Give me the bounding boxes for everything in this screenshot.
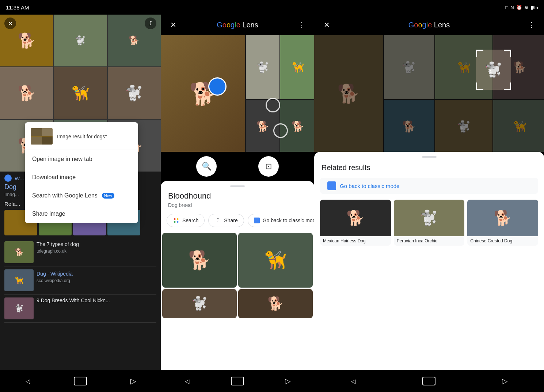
download-item[interactable]: Download image bbox=[25, 168, 138, 187]
google-g2: g bbox=[231, 21, 235, 29]
context-menu-header: Image result for dogs" bbox=[25, 122, 138, 150]
svg-point-2 bbox=[174, 221, 176, 223]
article-title-1: The 7 types of dog bbox=[37, 241, 156, 247]
google-g-r: G bbox=[408, 21, 414, 29]
collage-cell-4: 🐕 bbox=[0, 67, 53, 119]
crop-lens-button[interactable]: ⊡ bbox=[258, 156, 279, 177]
right-mosaic-1: 🐕 bbox=[314, 35, 383, 152]
related-sheet-handle bbox=[422, 156, 437, 158]
bottom-images-grid: 🐕 🦮 🐩 🐕 bbox=[161, 233, 314, 318]
search-lens-button[interactable]: 🔍 bbox=[196, 156, 217, 177]
bottom-img-1: 🐕 bbox=[162, 233, 237, 288]
right-lens-title: Google Lens bbox=[333, 21, 525, 29]
home-button-middle[interactable] bbox=[231, 377, 244, 385]
back-button-middle[interactable]: ◁ bbox=[178, 376, 196, 387]
google-lens-item[interactable]: Search with Google Lens New bbox=[25, 187, 138, 205]
classic-mode-row[interactable]: Go back to classic mode bbox=[320, 178, 538, 194]
google-o1: o bbox=[222, 21, 227, 29]
middle-lens-panel: ✕ Google Lens ⋮ 🐕 🐩 🦮 🐕 🐕 🔍 ⊡ Bloodhound bbox=[161, 15, 314, 377]
selection-circle-empty-2[interactable] bbox=[273, 123, 288, 138]
collage-cell-5: 🦮 bbox=[54, 67, 107, 119]
selection-circle-empty-1[interactable] bbox=[266, 98, 280, 112]
article-link-2[interactable]: Dug - Wikipedia bbox=[37, 271, 156, 277]
open-new-tab-item[interactable]: Open image in new tab bbox=[25, 150, 138, 168]
related-card-1[interactable]: 🐕 Mexican Hairless Dog bbox=[320, 200, 391, 246]
navigation-bar: ◁ ▷ ◁ ▷ ◁ ▷ bbox=[0, 370, 544, 392]
bottom-img-3: 🐩 bbox=[162, 289, 237, 318]
right-mosaic-7: 🦮 bbox=[493, 100, 544, 152]
selection-circle-filled-1[interactable] bbox=[208, 77, 227, 96]
middle-lens-mosaic: 🐕 🐩 🦮 🐕 🐕 bbox=[161, 35, 314, 152]
middle-more-button[interactable]: ⋮ bbox=[295, 18, 308, 31]
related-card-2[interactable]: 🐩 Peruvian Inca Orchid bbox=[394, 200, 465, 246]
classic-mode-icon-r bbox=[327, 181, 336, 190]
article-thumb-2: 🦮 bbox=[4, 269, 34, 291]
bracket-bl bbox=[476, 82, 483, 90]
related-card-img-3: 🐕 bbox=[467, 200, 538, 236]
home-button-right[interactable] bbox=[422, 377, 435, 385]
recent-button-middle[interactable]: ▷ bbox=[279, 376, 297, 387]
recent-button-right[interactable]: ▷ bbox=[496, 376, 514, 387]
right-mosaic-5: 🐕 bbox=[384, 100, 434, 152]
classic-mode-button[interactable]: Go back to classic mod... bbox=[248, 214, 314, 227]
right-lens-panel: ✕ Google Lens ⋮ 🐕 🐩 🦮 🐕 🐕 🐩 🦮 🐕 🐩 bbox=[314, 15, 544, 377]
large-close-button[interactable]: ✕ bbox=[519, 323, 537, 341]
classic-mode-label: Go back to classic mod... bbox=[263, 218, 314, 223]
nfc-icon: N bbox=[510, 5, 514, 10]
battery-icon: ▮95 bbox=[530, 5, 538, 10]
back-button-left[interactable]: ◁ bbox=[19, 376, 37, 387]
right-close-button[interactable]: ✕ bbox=[320, 18, 333, 31]
search-link[interactable]: W... bbox=[15, 175, 24, 181]
middle-bottom-sheet: Bloodhound Dog breed Search ⤴ Share bbox=[161, 181, 314, 377]
bracket-tl bbox=[476, 50, 483, 57]
search-action-label: Search bbox=[182, 218, 198, 223]
article-source-1: telegraph.co.uk bbox=[37, 249, 156, 254]
bracket-tr bbox=[504, 50, 511, 57]
google-o3: e bbox=[236, 21, 240, 29]
thumb-cell-3 bbox=[31, 137, 42, 145]
related-card-label-2: Peruvian Inca Orchid bbox=[394, 236, 465, 246]
google-lens-label: Search with Google Lens bbox=[32, 192, 98, 199]
google-search-icon bbox=[173, 217, 179, 224]
google-o2: o bbox=[227, 21, 231, 29]
download-label: Download image bbox=[32, 174, 76, 181]
thumb-cell-1 bbox=[31, 128, 42, 136]
right-mosaic-2: 🐩 bbox=[384, 35, 434, 99]
article-info-2: Dug - Wikipedia sco.wikipedia.org bbox=[37, 269, 156, 291]
share-action-button[interactable]: ⤴ Share bbox=[208, 214, 244, 227]
device-icon: □ bbox=[505, 5, 508, 10]
left-nav-bar: ◁ ▷ bbox=[0, 376, 161, 387]
left-panel: 🐕 🐩 🐕 🐕 🦮 🐩 🐕 🦮 🐕 ✕ ⤴ bbox=[0, 15, 161, 377]
open-new-tab-label: Open image in new tab bbox=[32, 156, 92, 162]
google-o3-r: e bbox=[428, 21, 432, 29]
middle-close-button[interactable]: ✕ bbox=[167, 18, 180, 31]
search-action-button[interactable]: Search bbox=[167, 214, 205, 227]
home-button-left[interactable] bbox=[74, 377, 87, 385]
classic-mode-text: Go back to classic mode bbox=[340, 183, 399, 189]
collage-cell-6: 🐩 bbox=[108, 67, 161, 119]
middle-lens-header: ✕ Google Lens ⋮ bbox=[161, 15, 314, 35]
bottom-img-4: 🐕 bbox=[238, 289, 313, 318]
left-share-button[interactable]: ⤴ bbox=[145, 18, 156, 29]
related-results-sheet: Related results Go back to classic mode … bbox=[314, 152, 544, 377]
classic-mode-icon bbox=[254, 218, 260, 223]
article-source-2: sco.wikipedia.org bbox=[37, 278, 156, 283]
related-results-grid: 🐕 Mexican Hairless Dog 🐩 Peruvian Inca O… bbox=[314, 200, 544, 246]
left-close-button[interactable]: ✕ bbox=[4, 18, 16, 29]
right-mosaic-6: 🐩 bbox=[435, 100, 492, 152]
bottom-img-2: 🦮 bbox=[238, 233, 313, 288]
breed-name: Bloodhound bbox=[161, 191, 314, 201]
mosaic-main-dog: 🐕 bbox=[161, 35, 245, 152]
share-action-label: Share bbox=[224, 218, 237, 223]
share-item[interactable]: Share image bbox=[25, 205, 138, 223]
share-icon: ⤴ bbox=[214, 217, 221, 224]
right-lens-header: ✕ Google Lens ⋮ bbox=[314, 15, 544, 35]
related-card-3[interactable]: 🐕 Chinese Crested Dog bbox=[467, 200, 538, 246]
status-icons: □ N ⏰ ≋ ▮95 bbox=[505, 5, 538, 10]
new-badge: New bbox=[102, 193, 114, 199]
recent-button-left[interactable]: ▷ bbox=[124, 376, 142, 387]
right-more-button[interactable]: ⋮ bbox=[525, 18, 538, 31]
back-button-right[interactable]: ◁ bbox=[344, 376, 362, 387]
related-card-label-1: Mexican Hairless Dog bbox=[320, 236, 391, 246]
related-results-title: Related results bbox=[314, 164, 544, 172]
